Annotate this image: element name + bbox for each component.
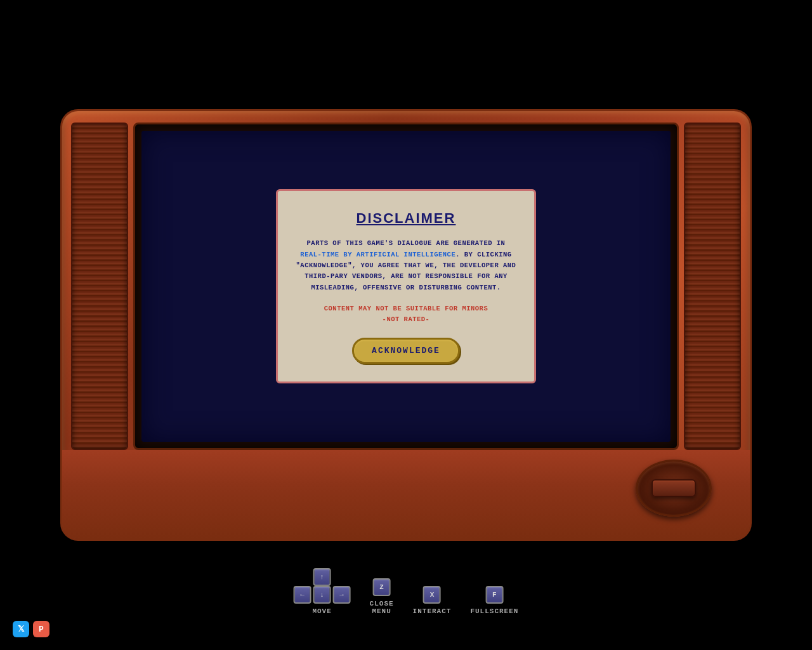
bottom-controls: ↑ ← ↓ → MOVE Z CLOSEMENU X INTERACT F FU… [294, 568, 519, 615]
warning-line2: -NOT RATED- [296, 314, 516, 325]
move-label: MOVE [312, 607, 331, 615]
close-menu-control-group: Z CLOSEMENU [370, 578, 394, 615]
tv-knob[interactable] [636, 460, 712, 517]
arrow-right-key[interactable]: → [333, 586, 351, 604]
tv-power-button[interactable] [652, 479, 696, 497]
move-top-row: ↑ [313, 568, 331, 586]
disclaimer-highlight: REAL-TIME BY ARTIFICIAL INTELLIGENCE [300, 251, 455, 258]
move-bottom-row: ← ↓ → [294, 586, 351, 604]
tv-bottom-panel [62, 450, 750, 539]
acknowledge-button[interactable]: AcKnoWledGE [352, 338, 460, 364]
x-key[interactable]: X [423, 586, 441, 604]
f-key[interactable]: F [485, 586, 503, 604]
disclaimer-modal: DISCLAIMER PARTS OF THIS GAME'S DIALOGUE… [276, 189, 536, 383]
patreon-icon[interactable]: P [33, 621, 49, 637]
disclaimer-title: DISCLAIMER [296, 210, 516, 227]
social-icons: 𝕏 P [13, 621, 49, 637]
arrow-left-key[interactable]: ← [294, 586, 311, 604]
warning-line1: CONTENT MAY NOT BE SUITABLE FOR MINORS [296, 303, 516, 314]
screen: DISCLAIMER PARTS OF THIS GAME'S DIALOGUE… [141, 131, 671, 442]
tv-top-section: DISCLAIMER PARTS OF THIS GAME'S DIALOGUE… [62, 111, 750, 450]
disclaimer-body-text1: PARTS OF THIS GAME'S DIALOGUE ARE GENERA… [307, 239, 506, 247]
close-menu-label: CLOSEMENU [370, 600, 394, 615]
interact-control-group: X INTERACT [413, 586, 452, 615]
tv-cabinet: DISCLAIMER PARTS OF THIS GAME'S DIALOGUE… [60, 109, 752, 541]
speaker-left [71, 123, 128, 450]
fullscreen-label: FULLSCREEN [470, 607, 518, 615]
disclaimer-warning: CONTENT MAY NOT BE SUITABLE FOR MINORS -… [296, 303, 516, 325]
fullscreen-control-group: F FULLSCREEN [470, 586, 518, 615]
interact-label: INTERACT [413, 607, 452, 615]
arrow-up-key[interactable]: ↑ [313, 568, 331, 586]
arrow-down-key[interactable]: ↓ [313, 586, 331, 604]
screen-bezel: DISCLAIMER PARTS OF THIS GAME'S DIALOGUE… [133, 123, 679, 450]
z-key[interactable]: Z [373, 578, 391, 596]
move-keys: ↑ ← ↓ → [294, 568, 351, 604]
move-control-group: ↑ ← ↓ → MOVE [294, 568, 351, 615]
speaker-right [684, 123, 741, 450]
twitter-icon[interactable]: 𝕏 [13, 621, 29, 637]
disclaimer-body: PARTS OF THIS GAME'S DIALOGUE ARE GENERA… [296, 238, 516, 293]
